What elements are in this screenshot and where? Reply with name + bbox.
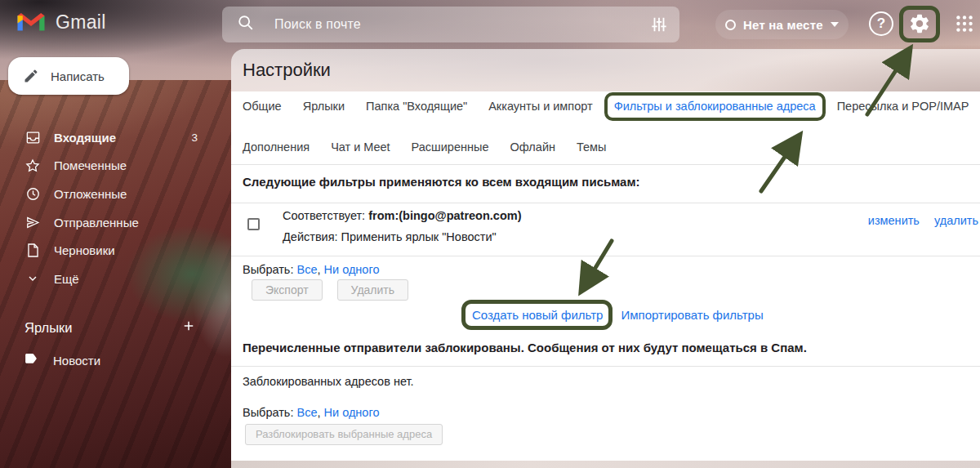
chevron-down-icon — [24, 272, 41, 285]
add-label-button[interactable] — [181, 319, 196, 337]
select-line-blocked: Выбрать: Все, Ни одного — [243, 406, 379, 419]
tab-accounts-import[interactable]: Аккаунты и импорт — [488, 100, 592, 113]
sidebar-item-snoozed[interactable]: Отложенные — [0, 180, 220, 208]
send-icon — [24, 215, 41, 230]
tab-filters-blocked[interactable]: Фильтры и заблокированные адреса — [614, 100, 816, 113]
tab-chat-meet[interactable]: Чат и Meet — [331, 140, 390, 154]
import-filters-link[interactable]: Импортировать фильтры — [621, 308, 763, 322]
tab-advanced[interactable]: Расширенные — [412, 140, 489, 154]
star-icon — [24, 158, 41, 174]
gmail-logo[interactable]: Gmail — [16, 10, 106, 35]
filters-intro-text: Следующие фильтры применяются ко всем вх… — [243, 175, 640, 189]
blocked-empty-text: Заблокированных адресов нет. — [243, 375, 414, 388]
create-filter-link[interactable]: Создать новый фильтр — [472, 308, 603, 322]
edit-filter-link[interactable]: изменить — [868, 214, 920, 227]
draft-icon — [24, 243, 41, 258]
settings-title-strip: Настройки — [231, 49, 980, 91]
settings-tabs-row1: Общие Ярлыки Папка "Входящие" Аккаунты и… — [243, 100, 969, 113]
delete-button[interactable]: Удалить — [337, 279, 408, 301]
divider — [231, 366, 980, 367]
google-apps-button[interactable] — [954, 13, 975, 34]
label-tag-icon — [24, 352, 39, 368]
sidebar-item-starred[interactable]: Помеченные — [0, 152, 220, 181]
compose-button[interactable]: Написать — [8, 57, 129, 95]
blocked-intro-text: Перечисленные отправители заблокированы.… — [243, 341, 807, 354]
apps-grid-icon — [954, 13, 975, 34]
select-all-link[interactable]: Все — [296, 263, 317, 276]
availability-status-chip[interactable]: Нет на месте — [715, 10, 849, 39]
filter-action-line: Действия: Применить ярлык "Новости" — [283, 230, 497, 243]
question-mark-icon: ? — [877, 16, 885, 32]
filter-matches-value: from:(bingo@patreon.com) — [368, 209, 521, 222]
select-none-link[interactable]: Ни одного — [324, 263, 380, 276]
compose-label: Написать — [51, 69, 105, 83]
divider — [231, 203, 980, 203]
settings-tabs-row2: Дополнения Чат и Meet Расширенные Офлайн… — [243, 140, 607, 154]
status-label: Нет на месте — [743, 18, 823, 32]
tab-labels[interactable]: Ярлыки — [303, 100, 345, 113]
sidebar-item-drafts[interactable]: Черновики — [0, 236, 220, 265]
gmail-m-icon — [16, 10, 46, 35]
filter-row-checkbox[interactable] — [247, 218, 260, 230]
tab-general[interactable]: Общие — [243, 100, 282, 113]
tab-offline[interactable]: Офлайн — [510, 140, 555, 154]
sidebar-item-more[interactable]: Ещё — [0, 265, 220, 293]
sidebar-label-news[interactable]: Новости — [0, 346, 209, 374]
unblock-button[interactable]: Разблокировать выбранные адреса — [245, 424, 443, 445]
tab-addons[interactable]: Дополнения — [243, 140, 310, 154]
select-line-filters: Выбрать: Все, Ни одного — [243, 263, 379, 276]
tab-themes[interactable]: Темы — [577, 140, 607, 154]
tab-inbox[interactable]: Папка "Входящие" — [366, 100, 467, 113]
delete-filter-link[interactable]: удалить — [934, 214, 978, 227]
inbox-count: 3 — [191, 131, 198, 144]
search-input[interactable]: Поиск в почте — [222, 7, 679, 42]
gmail-logo-text: Gmail — [56, 11, 106, 33]
sidebar-item-sent[interactable]: Отправленные — [0, 208, 220, 237]
divider — [231, 164, 980, 165]
photo-bottom-strip — [231, 460, 980, 468]
settings-content: Общие Ярлыки Папка "Входящие" Аккаунты и… — [231, 91, 980, 461]
filter-buttons: Экспорт Удалить — [252, 279, 408, 301]
select-none-link-blocked[interactable]: Ни одного — [324, 406, 380, 419]
create-import-row: Создать новый фильтр Импортировать фильт… — [472, 308, 764, 322]
filter-row-actions: изменить удалить — [868, 214, 978, 227]
chevron-down-icon — [831, 22, 839, 27]
select-all-link-blocked[interactable]: Все — [296, 406, 317, 419]
help-button[interactable]: ? — [869, 11, 893, 36]
status-ring-icon — [725, 20, 736, 30]
divider — [231, 256, 980, 256]
clock-icon — [24, 186, 41, 202]
export-button[interactable]: Экспорт — [252, 279, 323, 301]
pencil-icon — [23, 68, 39, 84]
sidebar-item-inbox[interactable]: Входящие 3 — [0, 123, 220, 152]
filter-matches-line: Соответствует: from:(bingo@patreon.com) — [283, 209, 522, 222]
labels-header: Ярлыки — [0, 315, 209, 340]
search-options-icon[interactable] — [650, 16, 668, 37]
inbox-icon — [24, 130, 41, 145]
tab-forwarding-pop-imap[interactable]: Пересылка и POP/IMAP — [837, 100, 969, 113]
gear-icon — [908, 12, 931, 35]
search-placeholder: Поиск в почте — [274, 17, 361, 32]
page-title: Настройки — [243, 60, 331, 81]
sidebar-nav: Входящие 3 Помеченные Отложенные Отправл… — [0, 123, 220, 293]
search-icon[interactable] — [237, 14, 255, 35]
settings-gear-button[interactable] — [908, 12, 931, 35]
